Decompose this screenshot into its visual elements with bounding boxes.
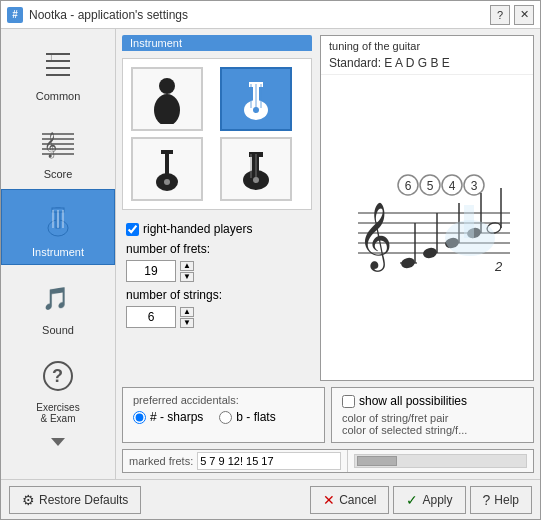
- sidebar-item-common[interactable]: ♩ Common: [1, 33, 115, 109]
- controls-section: right-handed players number of frets: ▲ …: [122, 218, 312, 332]
- svg-text:🎵: 🎵: [42, 285, 70, 312]
- common-icon: ♩: [34, 40, 82, 88]
- strings-input[interactable]: [126, 306, 176, 328]
- strings-spin-up[interactable]: ▲: [180, 307, 194, 317]
- sharps-option[interactable]: # - sharps: [133, 410, 203, 424]
- right-handed-checkbox[interactable]: [126, 223, 139, 236]
- score-icon: 𝄞: [34, 118, 82, 166]
- common-label: Common: [36, 90, 81, 102]
- svg-marker-20: [51, 438, 65, 446]
- sidebar: ♩ Common 𝄞 Score: [1, 29, 116, 479]
- apply-label: Apply: [422, 493, 452, 507]
- horizontal-scrollbar[interactable]: [354, 454, 527, 468]
- guitar-tuning-panel: tuning of the guitar Standard: E A D G B…: [320, 35, 534, 381]
- help-label: Help: [494, 493, 519, 507]
- instrument-person[interactable]: [131, 67, 203, 131]
- show-all-checkbox[interactable]: [342, 395, 355, 408]
- strings-spin-down[interactable]: ▼: [180, 318, 194, 328]
- instrument-label: Instrument: [32, 246, 84, 258]
- sidebar-scroll-down[interactable]: [1, 433, 115, 451]
- svg-point-57: [421, 246, 437, 259]
- window-title: Nootka - application's settings: [29, 8, 188, 22]
- sidebar-item-sound[interactable]: 🎵 Sound: [1, 267, 115, 343]
- strings-row: number of strings: ▲ ▼: [126, 288, 308, 328]
- help-icon: ?: [483, 492, 491, 508]
- svg-text:6: 6: [404, 179, 411, 193]
- svg-point-33: [164, 179, 170, 185]
- right-handed-row: right-handed players: [126, 222, 308, 236]
- marked-frets-input[interactable]: [197, 452, 341, 470]
- svg-text:4: 4: [448, 179, 455, 193]
- sharps-label: # - sharps: [150, 410, 203, 424]
- exercises-label: Exercises & Exam: [36, 402, 79, 424]
- main-content: ♩ Common 𝄞 Score: [1, 29, 540, 479]
- instrument-tab-label: Instrument: [122, 35, 312, 51]
- help-button[interactable]: ? Help: [470, 486, 532, 514]
- right-panel: Instrument: [116, 29, 540, 479]
- sidebar-item-score[interactable]: 𝄞 Score: [1, 111, 115, 187]
- help-window-btn[interactable]: ?: [490, 5, 510, 25]
- right-options-section: show all possibilities color of string/f…: [331, 387, 534, 443]
- show-all-label: show all possibilities: [359, 394, 467, 408]
- action-buttons: ✕ Cancel ✓ Apply ? Help: [310, 486, 532, 514]
- sidebar-item-instrument[interactable]: Instrument: [1, 189, 115, 265]
- svg-text:2: 2: [494, 259, 503, 274]
- flats-radio[interactable]: [219, 411, 232, 424]
- svg-rect-32: [161, 150, 173, 154]
- cancel-icon: ✕: [323, 492, 335, 508]
- instrument-icon: [34, 196, 82, 244]
- color-selected-label: color of selected string/f...: [342, 424, 467, 436]
- frets-input[interactable]: [126, 260, 176, 282]
- svg-text:𝄞: 𝄞: [44, 132, 57, 159]
- svg-text:5: 5: [426, 179, 433, 193]
- svg-point-21: [159, 78, 175, 94]
- frets-row: number of frets: ▲ ▼: [126, 242, 308, 282]
- mid-sections: preferred accidentals: # - sharps b - fl…: [122, 387, 534, 443]
- cancel-label: Cancel: [339, 493, 376, 507]
- bottom-bar: ⚙ Restore Defaults ✕ Cancel ✓ Apply ? He…: [1, 479, 540, 519]
- guitar-panel-title: tuning of the guitar: [321, 36, 533, 52]
- close-window-btn[interactable]: ✕: [514, 5, 534, 25]
- sidebar-item-exercises[interactable]: ? Exercises & Exam: [1, 345, 115, 431]
- apply-icon: ✓: [406, 492, 418, 508]
- restore-defaults-button[interactable]: ⚙ Restore Defaults: [9, 486, 141, 514]
- restore-label: Restore Defaults: [39, 493, 128, 507]
- strings-label: number of strings:: [126, 288, 308, 302]
- sharps-radio[interactable]: [133, 411, 146, 424]
- marked-frets-left: marked frets:: [123, 450, 347, 472]
- guitar-notation: 𝄞 6 5 4: [321, 75, 533, 380]
- main-window: # Nootka - application's settings ? ✕ ♩: [0, 0, 541, 520]
- frets-spin-down[interactable]: ▼: [180, 272, 194, 282]
- flats-option[interactable]: b - flats: [219, 410, 275, 424]
- app-icon: #: [7, 7, 23, 23]
- accidentals-radio-row: # - sharps b - flats: [133, 410, 314, 424]
- instrument-guitar-front[interactable]: [220, 67, 292, 131]
- svg-rect-67: [464, 205, 474, 238]
- svg-point-22: [154, 94, 180, 124]
- svg-text:♩: ♩: [48, 53, 53, 64]
- marked-frets-label: marked frets:: [129, 455, 193, 467]
- accidentals-section: preferred accidentals: # - sharps b - fl…: [122, 387, 325, 443]
- color-string-row: color of string/fret pair: [342, 412, 523, 424]
- sound-label: Sound: [42, 324, 74, 336]
- exercises-icon: ?: [34, 352, 82, 400]
- frets-spin-up[interactable]: ▲: [180, 261, 194, 271]
- instrument-section: Instrument: [122, 35, 534, 381]
- left-controls: Instrument: [122, 35, 312, 381]
- flats-label: b - flats: [236, 410, 275, 424]
- marked-frets-container: marked frets:: [122, 449, 534, 473]
- title-bar-left: # Nootka - application's settings: [7, 7, 188, 23]
- staff-svg: 𝄞 6 5 4: [340, 163, 515, 293]
- score-label: Score: [44, 168, 73, 180]
- show-all-option: show all possibilities: [342, 394, 523, 408]
- title-bar-controls: ? ✕: [490, 5, 534, 25]
- svg-text:𝄞: 𝄞: [358, 202, 392, 272]
- sound-icon: 🎵: [34, 274, 82, 322]
- marked-frets-right: [347, 450, 533, 472]
- cancel-button[interactable]: ✕ Cancel: [310, 486, 389, 514]
- svg-text:?: ?: [52, 366, 63, 386]
- instrument-bass-guitar[interactable]: [131, 137, 203, 201]
- apply-button[interactable]: ✓ Apply: [393, 486, 465, 514]
- instrument-guitar-side[interactable]: [220, 137, 292, 201]
- title-bar: # Nootka - application's settings ? ✕: [1, 1, 540, 29]
